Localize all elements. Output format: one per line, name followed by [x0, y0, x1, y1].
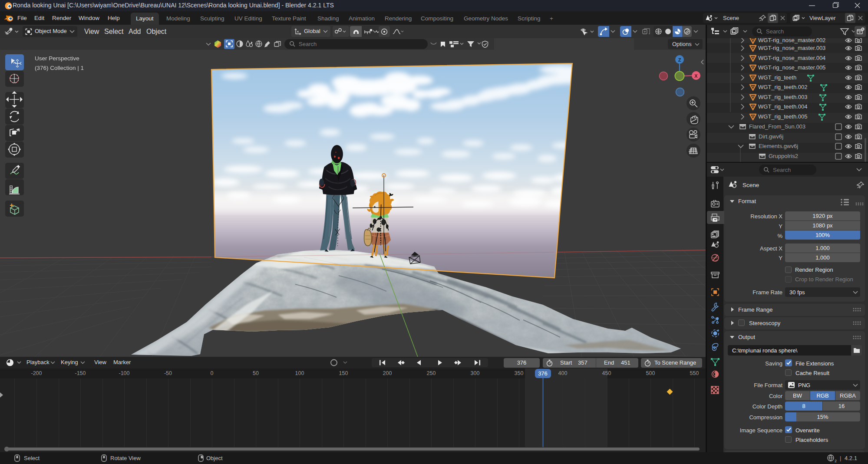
svg-text:500: 500	[646, 370, 655, 376]
svg-text:200: 200	[383, 370, 392, 376]
svg-text:450: 450	[602, 370, 611, 376]
svg-text:Flared_From_Sun.003: Flared_From_Sun.003	[749, 123, 805, 130]
svg-text:X: X	[694, 73, 698, 79]
svg-text:WGT-rig_nose_master.003: WGT-rig_nose_master.003	[758, 45, 825, 51]
svg-text:WGT-rig_nose_master.004: WGT-rig_nose_master.004	[758, 55, 825, 61]
svg-text:(376) Collection | 1: (376) Collection | 1	[35, 65, 84, 71]
svg-text:-200: -200	[31, 370, 42, 376]
svg-text:300: 300	[471, 370, 480, 376]
svg-text:Z: Z	[678, 57, 681, 63]
svg-text:User Perspective: User Perspective	[35, 55, 79, 62]
svg-text:-100: -100	[119, 370, 129, 376]
svg-text:WGT_rig_teeth.004: WGT_rig_teeth.004	[758, 103, 807, 110]
svg-text:150: 150	[339, 370, 348, 376]
svg-text:0: 0	[211, 370, 214, 376]
svg-text:376: 376	[538, 370, 548, 377]
svg-text:250: 250	[427, 370, 436, 376]
svg-text:WGT_rig_teeth.002: WGT_rig_teeth.002	[758, 84, 807, 90]
svg-text:WGT_rig_teeth.003: WGT_rig_teeth.003	[758, 94, 807, 100]
svg-text:550: 550	[690, 370, 699, 376]
svg-text:WGT-rig_nose_master.002: WGT-rig_nose_master.002	[758, 38, 825, 43]
svg-text:-50: -50	[164, 370, 172, 376]
svg-text:WGT-rig_nose_master.005: WGT-rig_nose_master.005	[758, 64, 825, 71]
svg-text:2: 2	[835, 459, 837, 463]
svg-text:GruppoIris2: GruppoIris2	[769, 153, 798, 159]
svg-text:50: 50	[253, 370, 259, 376]
svg-text:100: 100	[295, 370, 304, 376]
svg-text:Elements.gwv6j: Elements.gwv6j	[759, 143, 798, 149]
svg-text:350: 350	[515, 370, 524, 376]
svg-text:WGT_rig_teeth.005: WGT_rig_teeth.005	[758, 113, 807, 120]
svg-text:Dirt.gwv6j: Dirt.gwv6j	[759, 133, 783, 140]
svg-text:-150: -150	[75, 370, 86, 376]
svg-text:WGT_rig_teeth: WGT_rig_teeth	[758, 74, 796, 81]
svg-text:400: 400	[558, 370, 568, 376]
